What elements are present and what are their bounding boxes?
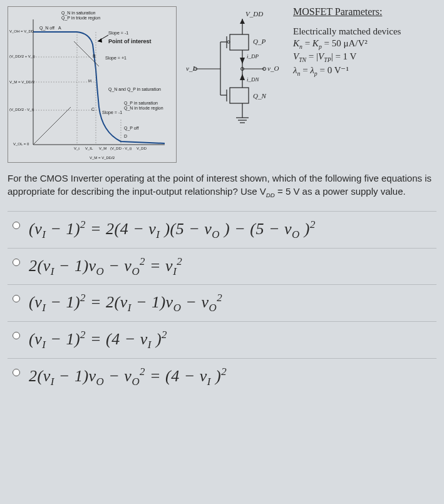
graph-point-label: A [58, 26, 61, 30]
svg-line-9 [33, 107, 71, 145]
graph-region-label: Q_N in triode region [124, 106, 163, 110]
params-line: λn = λp = 0 V⁻¹ [293, 64, 436, 77]
equation-c: (vI − 1)2 = 2(vI − 1)vO − vO2 [29, 289, 222, 317]
graph-region-label: Q_N in saturation [61, 11, 95, 15]
x-axis-label: V_IL [85, 147, 93, 150]
graph-region-label: Q_P in saturation [124, 101, 158, 105]
graph-slope-label: Slope = -1 [102, 110, 122, 115]
svg-point-16 [227, 41, 230, 43]
cmos-inverter-circuit: V_DD Q_P i_DP v_I v_O i_DN Q_N [183, 6, 283, 131]
circuit-qn-label: Q_N [253, 92, 266, 100]
y-axis-label: (V_DD/2 + V_t) [9, 54, 35, 58]
option-c[interactable]: (vI − 1)2 = 2(vI − 1)vO − vO2 [8, 284, 436, 321]
graph-point-label: M [88, 79, 91, 83]
x-axis-label: (V_DD - V_t) [110, 147, 132, 150]
svg-rect-14 [230, 34, 249, 50]
option-e[interactable]: 2(vI − 1)vO − vO2 = (4 − vI )2 [8, 358, 436, 395]
equation-a: (vI − 1)2 = 2(4 − vI )(5 − vO ) − (5 − v… [29, 215, 316, 244]
params-line: VTN = |VTP| = 1 V [293, 51, 436, 63]
equation-d: (vI − 1)2 = (4 − vI )2 [29, 326, 167, 354]
graph-region-label: Q_P off [124, 126, 138, 130]
params-line: Electrically matched devices [293, 26, 436, 37]
svg-rect-24 [230, 88, 249, 103]
graph-slope-label: Slope = +1 [105, 56, 126, 60]
circuit-vi-label: v_I [186, 64, 195, 72]
svg-marker-11 [98, 38, 102, 43]
circuit-qp-label: Q_P [253, 38, 266, 45]
equation-e: 2(vI − 1)vO − vO2 = (4 − vI )2 [29, 363, 227, 391]
radio-icon[interactable] [13, 222, 20, 229]
y-axis-label: V_OH = V_DD [9, 29, 34, 33]
graph-region-label: Q_P in triode region [61, 16, 100, 20]
svg-marker-13 [240, 19, 245, 24]
option-a[interactable]: (vI − 1)2 = 2(4 − vI )(5 − vO ) − (5 − v… [8, 211, 436, 248]
circuit-vo-label: v_O [267, 64, 279, 72]
x-axis-label: V_t [74, 147, 80, 150]
y-axis-label: V_M = V_DD/2 [9, 80, 34, 84]
graph-point-label: D [124, 134, 127, 138]
svg-marker-23 [240, 74, 245, 80]
y-axis-label: (V_DD/2 - V_t) [9, 108, 34, 111]
option-b[interactable]: 2(vI − 1)vO − vO2 = vI2 [8, 248, 436, 285]
equation-b: 2(vI − 1)vO − vO2 = vI2 [29, 252, 182, 281]
radio-icon[interactable] [13, 259, 20, 266]
graph-region-label: Q_N and Q_P in saturation [108, 87, 161, 91]
x-axis-label: V_M [99, 147, 106, 150]
circuit-idp-label: i_DP [247, 53, 259, 59]
point-of-interest-label: Point of interest [108, 38, 152, 44]
option-d[interactable]: (vI − 1)2 = (4 − vI )2 [8, 321, 436, 358]
params-title: MOSFET Parameters: [293, 6, 436, 18]
graph-region-label: Q_N off [39, 26, 54, 30]
radio-icon[interactable] [13, 369, 20, 376]
transfer-characteristic-graph: Q_N in saturation Q_P in triode region Q… [8, 6, 177, 163]
graph-point-label: C [91, 107, 95, 111]
svg-marker-18 [240, 58, 245, 64]
y-axis-label: V_OL = 0 [13, 142, 29, 146]
circuit-idn-label: i_DN [247, 76, 259, 83]
radio-icon[interactable] [13, 332, 20, 339]
x-axis-label: V_DD [137, 147, 147, 150]
graph-slope-label: Slope = -1 [108, 31, 128, 35]
circuit-vdd-label: V_DD [245, 10, 263, 18]
radio-icon[interactable] [13, 295, 20, 302]
mosfet-parameters: MOSFET Parameters: Electrically matched … [289, 6, 436, 163]
question-text: For the CMOS Inverter operating at the p… [8, 172, 436, 200]
params-line: Kn = Kp = 50 μA/V² [293, 38, 436, 50]
graph-point-label: B [93, 54, 96, 58]
x-axis-bottom-label: V_M = V_DD/2 [90, 156, 115, 160]
